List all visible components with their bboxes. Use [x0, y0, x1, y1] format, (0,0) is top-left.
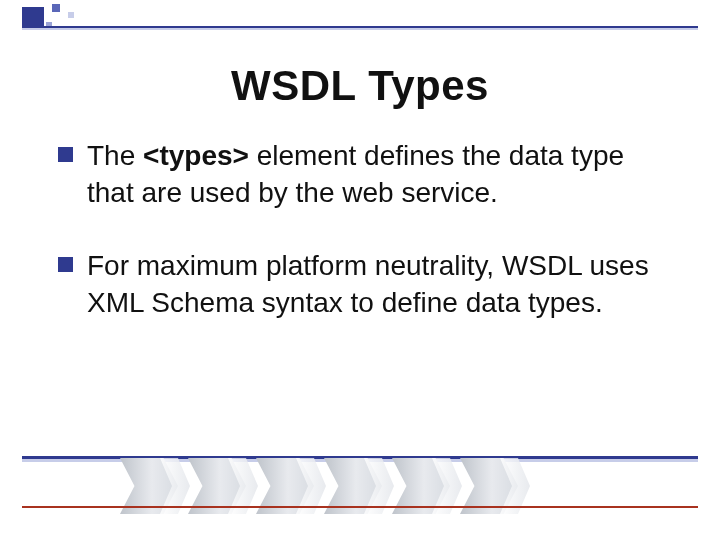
bullet-icon	[58, 257, 73, 272]
bullet-text-strong: <types>	[143, 140, 249, 171]
bullet-item: For maximum platform neutrality, WSDL us…	[58, 248, 670, 322]
bullet-text-pre: For maximum platform neutrality, WSDL us…	[87, 250, 649, 318]
square-icon	[68, 12, 74, 18]
bullet-icon	[58, 147, 73, 162]
bullet-text: For maximum platform neutrality, WSDL us…	[87, 248, 670, 322]
bullet-text-pre: The	[87, 140, 143, 171]
bullet-item: The <types> element defines the data typ…	[58, 138, 670, 212]
bullet-text: The <types> element defines the data typ…	[87, 138, 670, 212]
bottom-divider-thin	[22, 506, 698, 508]
slide-body: The <types> element defines the data typ…	[58, 138, 670, 358]
slide: WSDL Types The <types> element defines t…	[0, 0, 720, 540]
square-icon	[52, 4, 60, 12]
top-divider	[22, 26, 698, 30]
slide-title: WSDL Types	[0, 62, 720, 110]
